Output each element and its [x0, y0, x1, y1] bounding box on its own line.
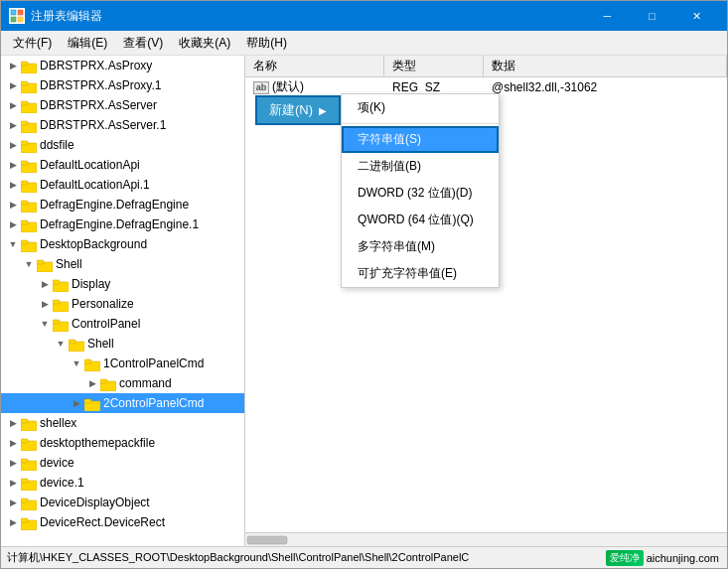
- expand-icon[interactable]: ▶: [5, 58, 21, 73]
- expand-icon[interactable]: ▼: [21, 256, 37, 272]
- tree-item[interactable]: ▼ 1ControlPanelCmd: [1, 354, 244, 373]
- tree-item-label: DefaultLocationApi: [40, 158, 140, 172]
- tree-item-label: 2ControlPanelCmd: [103, 396, 204, 410]
- tree-item[interactable]: ▶ DeviceRect.DeviceRect: [1, 512, 244, 532]
- expand-icon[interactable]: ▶: [5, 415, 21, 431]
- expand-icon[interactable]: ▶: [5, 216, 21, 232]
- app-icon: [9, 8, 25, 24]
- tree-item[interactable]: ▶ DefragEngine.DefragEngine: [1, 195, 244, 214]
- expand-icon[interactable]: ▼: [37, 316, 53, 332]
- svg-rect-51: [21, 518, 28, 522]
- submenu-item[interactable]: 可扩充字符串值(E): [342, 260, 499, 287]
- menu-bar: 文件(F)编辑(E)查看(V)收藏夹(A)帮助(H): [1, 31, 727, 56]
- expand-icon[interactable]: ▶: [5, 77, 21, 93]
- svg-rect-49: [21, 498, 28, 502]
- folder-icon: [21, 417, 37, 430]
- expand-icon[interactable]: ▶: [5, 197, 21, 213]
- minimize-button[interactable]: ─: [585, 1, 630, 31]
- svg-rect-52: [247, 536, 287, 544]
- submenu-item[interactable]: QWORD (64 位值)(Q): [342, 207, 499, 233]
- menu-item-V[interactable]: 查看(V): [115, 32, 171, 55]
- expand-icon[interactable]: ▶: [5, 97, 21, 113]
- svg-rect-47: [21, 479, 28, 483]
- svg-rect-27: [53, 280, 60, 284]
- expand-icon[interactable]: ▼: [5, 236, 21, 252]
- table-header-cell[interactable]: 数据: [484, 56, 727, 76]
- expand-icon[interactable]: ▶: [37, 276, 53, 292]
- close-button[interactable]: ✕: [674, 1, 719, 31]
- folder-icon: [21, 60, 37, 72]
- tree-item[interactable]: ▶ Personalize: [1, 294, 244, 314]
- menu-item-F[interactable]: 文件(F): [5, 32, 60, 55]
- maximize-button[interactable]: □: [630, 1, 674, 31]
- expand-icon[interactable]: ▶: [5, 514, 21, 530]
- svg-rect-9: [21, 101, 28, 105]
- tree-item[interactable]: ▶ shellex: [1, 413, 244, 433]
- table-cell-type: REG_SZ: [384, 80, 484, 94]
- menu-item-H[interactable]: 帮助(H): [238, 32, 295, 55]
- tree-item-label: DeviceDisplayObject: [40, 496, 150, 509]
- folder-icon: [21, 437, 37, 450]
- expand-icon[interactable]: ▶: [37, 296, 53, 312]
- tree-item[interactable]: ▶ DBRSTPRX.AsProxy.1: [1, 75, 244, 95]
- tree-item-label: Shell: [56, 257, 82, 271]
- submenu-item[interactable]: 字符串值(S): [342, 126, 499, 153]
- horizontal-scrollbar[interactable]: [245, 532, 727, 546]
- folder-icon: [53, 298, 69, 311]
- expand-icon[interactable]: ▶: [5, 495, 21, 510]
- expand-icon[interactable]: ▶: [84, 375, 100, 391]
- expand-icon[interactable]: ▶: [5, 455, 21, 471]
- tree-item[interactable]: ▶ DefragEngine.DefragEngine.1: [1, 214, 244, 234]
- svg-rect-7: [21, 81, 28, 85]
- tree-item[interactable]: ▶ DBRSTPRX.AsServer.1: [1, 115, 244, 135]
- expand-icon[interactable]: ▶: [5, 117, 21, 133]
- tree-item[interactable]: ▼ Shell: [1, 254, 244, 274]
- new-menu-label: 新建(N): [269, 101, 313, 119]
- tree-item[interactable]: ▶ command: [1, 373, 244, 393]
- tree-item[interactable]: ▶ Display: [1, 274, 244, 294]
- tree-item[interactable]: ▶ DBRSTPRX.AsProxy: [1, 56, 244, 75]
- submenu-item[interactable]: DWORD (32 位值)(D): [342, 180, 499, 207]
- tree-item-label: shellex: [40, 416, 76, 430]
- watermark-logo: 爱纯净: [606, 550, 644, 566]
- menu-item-E[interactable]: 编辑(E): [60, 32, 115, 55]
- svg-rect-31: [53, 320, 60, 324]
- tree-item[interactable]: ▶ device.1: [1, 473, 244, 493]
- tree-item[interactable]: ▶ DeviceDisplayObject: [1, 493, 244, 512]
- submenu-item[interactable]: 项(K): [342, 94, 499, 121]
- tree-item[interactable]: ▶ DBRSTPRX.AsServer: [1, 95, 244, 115]
- expand-icon[interactable]: ▶: [5, 475, 21, 491]
- folder-icon: [53, 318, 69, 331]
- tree-item[interactable]: ▼ DesktopBackground: [1, 234, 244, 254]
- table-header-cell[interactable]: 类型: [384, 56, 484, 76]
- svg-rect-39: [84, 399, 91, 403]
- svg-rect-19: [21, 201, 28, 205]
- tree-item[interactable]: ▶ DefaultLocationApi: [1, 155, 244, 175]
- expand-icon[interactable]: ▶: [5, 157, 21, 173]
- expand-icon[interactable]: ▼: [53, 336, 69, 352]
- expand-icon[interactable]: ▶: [5, 137, 21, 153]
- table-header-cell[interactable]: 名称: [245, 56, 384, 76]
- tree-item-label: DefragEngine.DefragEngine: [40, 198, 189, 212]
- submenu-item[interactable]: 多字符串值(M): [342, 233, 499, 260]
- tree-item[interactable]: ▶ DefaultLocationApi.1: [1, 175, 244, 195]
- window-controls: ─ □ ✕: [585, 1, 719, 31]
- tree-item[interactable]: ▼ Shell: [1, 334, 244, 354]
- menu-item-A[interactable]: 收藏夹(A): [171, 32, 238, 55]
- svg-rect-33: [69, 340, 75, 344]
- tree-item-label: DeviceRect.DeviceRect: [40, 515, 165, 529]
- tree-panel[interactable]: ▶ DBRSTPRX.AsProxy▶ DBRSTPRX.AsProxy.1▶ …: [1, 56, 245, 546]
- folder-icon: [84, 357, 100, 370]
- expand-icon[interactable]: ▶: [69, 395, 84, 411]
- expand-icon[interactable]: ▶: [5, 177, 21, 193]
- tree-item[interactable]: ▶ 2ControlPanelCmd: [1, 393, 244, 413]
- tree-item[interactable]: ▶ device: [1, 453, 244, 473]
- submenu-item[interactable]: 二进制值(B): [342, 153, 499, 180]
- tree-item[interactable]: ▼ ControlPanel: [1, 314, 244, 334]
- expand-icon[interactable]: ▼: [69, 356, 84, 371]
- expand-icon[interactable]: ▶: [5, 435, 21, 451]
- content-panel: 名称类型数据 ab(默认)REG_SZ@shell32.dll,-31062 新…: [245, 56, 727, 546]
- tree-item[interactable]: ▶ ddsfile: [1, 135, 244, 155]
- new-menu-trigger[interactable]: 新建(N) ▶: [255, 95, 341, 125]
- tree-item[interactable]: ▶ desktopthemepackfile: [1, 433, 244, 453]
